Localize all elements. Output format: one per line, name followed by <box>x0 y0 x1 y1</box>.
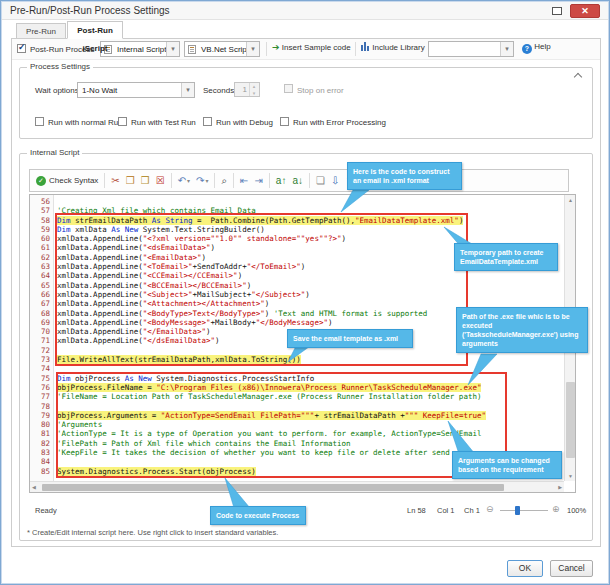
copy-button[interactable]: ❐ <box>123 172 138 190</box>
scroll-left-icon[interactable]: ◀ <box>32 484 36 490</box>
process-settings-dialog: Pre-Run/Post-Run Process Settings ✕ Pre-… <box>0 0 610 585</box>
find-icon: ⌕ <box>221 172 227 190</box>
cancel-button[interactable]: Cancel <box>550 560 593 577</box>
to-uppercase-icon: a↑ <box>276 172 287 190</box>
spinner-arrows-icon: ▴▾ <box>249 83 258 96</box>
scroll-up-icon[interactable]: ▲ <box>565 197 576 203</box>
callout-execute-process: Code to execute Process <box>210 506 306 525</box>
editor-footnote: * Create/Edit internal script here. Use … <box>27 528 278 537</box>
status-column: Col 1 <box>437 506 455 515</box>
run-with-debug-checkbox[interactable] <box>203 117 212 126</box>
chevron-down-icon: ▾ <box>246 42 259 56</box>
new-script-button[interactable]: ❏ <box>313 172 328 190</box>
redo-icon: ↷ <box>196 172 204 190</box>
outdent-icon: ⇤ <box>240 172 248 190</box>
callout-arguments: Arguments can be changed based on the re… <box>452 451 562 479</box>
close-icon[interactable]: ✕ <box>570 4 600 18</box>
window-title: Pre-Run/Post-Run Process Settings <box>10 5 170 16</box>
to-uppercase-button[interactable]: a↑ <box>273 172 290 190</box>
chevron-down-icon: ▾ <box>187 177 190 184</box>
import-script-button[interactable]: ⇩ <box>328 172 342 190</box>
help-button[interactable]: ? Help <box>522 42 551 54</box>
status-line: Ln 58 <box>407 506 426 515</box>
callout-save-template: Save the email template as .xml <box>287 329 413 348</box>
editor-toolbar: ✓ Check Syntax ✂❐❒☒↶▾↷▾⌕⇤⇥a↑a↓❏⇩⇧✘⤢ <box>29 169 569 192</box>
check-syntax-icon: ✓ <box>36 176 46 186</box>
chevron-down-icon: ▾ <box>166 42 179 56</box>
status-ready: Ready <box>35 506 57 515</box>
cut-button[interactable]: ✂ <box>108 172 122 190</box>
wait-options-label: Wait options <box>35 86 79 95</box>
check-syntax-button[interactable]: ✓ Check Syntax <box>33 172 101 190</box>
chevron-down-icon: ▾ <box>181 83 194 97</box>
ok-button[interactable]: OK <box>507 560 543 577</box>
undo-button[interactable]: ↶▾ <box>175 172 193 190</box>
chevron-down-icon: ▾ <box>205 177 208 184</box>
run-with-error-processing-label: Run with Error Processing <box>293 118 386 127</box>
zoom-out-icon[interactable]: ⊖ <box>486 504 494 514</box>
scroll-down-icon[interactable]: ▼ <box>565 473 576 479</box>
find-button[interactable]: ⌕ <box>218 172 230 190</box>
callout-temp-path: Temporary path to create EmailDataTempla… <box>454 243 558 271</box>
library-icon <box>361 42 370 51</box>
tab-post-run-iscript[interactable]: Post-Run iScript <box>67 21 123 39</box>
cut-icon: ✂ <box>111 172 119 190</box>
run-with-normal-run-checkbox[interactable] <box>35 117 44 126</box>
zoom-level: 100% <box>567 506 586 515</box>
wait-options-dropdown[interactable]: 1-No Wait ▾ <box>77 82 195 98</box>
run-with-debug-label: Run with Debug <box>216 118 273 127</box>
stop-on-error-checkbox[interactable] <box>284 84 293 93</box>
seconds-spinner[interactable]: 1 ▴▾ <box>234 82 260 97</box>
run-with-normal-run-label: Run with normal Run <box>48 118 123 127</box>
to-lowercase-icon: a↓ <box>292 172 303 190</box>
script-type-dropdown[interactable]: Internal Script ▾ <box>100 41 180 57</box>
vbnet-icon <box>188 45 196 54</box>
scroll-right-icon[interactable]: ▶ <box>558 484 562 490</box>
chevron-down-icon: ▾ <box>500 42 513 56</box>
outdent-button[interactable]: ⇤ <box>237 172 251 190</box>
title-bar: Pre-Run/Post-Run Process Settings ✕ <box>2 2 608 20</box>
paste-icon: ❒ <box>141 172 150 190</box>
process-settings-group <box>19 67 593 139</box>
run-with-error-processing-checkbox[interactable] <box>280 117 289 126</box>
zoom-slider[interactable] <box>500 510 548 511</box>
run-with-test-run-checkbox[interactable] <box>118 117 127 126</box>
new-script-icon: ❏ <box>316 172 325 190</box>
redo-button[interactable]: ↷▾ <box>193 172 211 190</box>
check-icon: ✓ <box>18 42 26 52</box>
horizontal-scrollbar[interactable]: ◀ ▶ <box>30 481 564 492</box>
indent-icon: ⇥ <box>254 172 262 190</box>
seconds-label: Seconds <box>203 86 234 95</box>
process-settings-title: Process Settings <box>27 62 93 71</box>
status-char: Ch 1 <box>464 506 480 515</box>
undo-icon: ↶ <box>178 172 186 190</box>
paste-button[interactable]: ❒ <box>138 172 153 190</box>
stop-on-error-label: Stop on error <box>297 86 344 95</box>
collapse-chevron-icon[interactable] <box>575 72 582 79</box>
delete-selection-icon: ☒ <box>156 172 165 190</box>
post-run-process-checkbox[interactable]: ✓ <box>17 44 26 53</box>
indent-button[interactable]: ⇥ <box>251 172 265 190</box>
maximize-icon[interactable] <box>552 7 562 15</box>
delete-selection-button[interactable]: ☒ <box>153 172 168 190</box>
to-lowercase-button[interactable]: a↓ <box>289 172 306 190</box>
insert-sample-code-button[interactable]: ➔ Insert Sample code <box>272 42 351 52</box>
callout-exe-path: Path of the .exe file whic is to be exec… <box>456 307 588 353</box>
include-library-dropdown[interactable]: ▾ <box>428 41 514 57</box>
zoom-in-icon[interactable]: ⊕ <box>552 504 560 514</box>
zoom-slider-thumb[interactable] <box>515 506 520 515</box>
callout-email-xml-code: Here is the code to construct an email i… <box>347 162 462 190</box>
copy-icon: ❐ <box>126 172 135 190</box>
insert-code-icon: ➔ <box>272 42 280 52</box>
internal-script-title: Internal Script <box>27 148 82 157</box>
run-with-test-run-label: Run with Test Run <box>131 118 196 127</box>
tab-pre-run-iscript[interactable]: Pre-Run iScript <box>16 23 66 39</box>
include-library-label: Include Library <box>361 42 425 52</box>
import-script-icon: ⇩ <box>331 172 339 190</box>
help-icon: ? <box>522 44 532 54</box>
language-dropdown[interactable]: VB.Net Script ▾ <box>184 41 260 57</box>
